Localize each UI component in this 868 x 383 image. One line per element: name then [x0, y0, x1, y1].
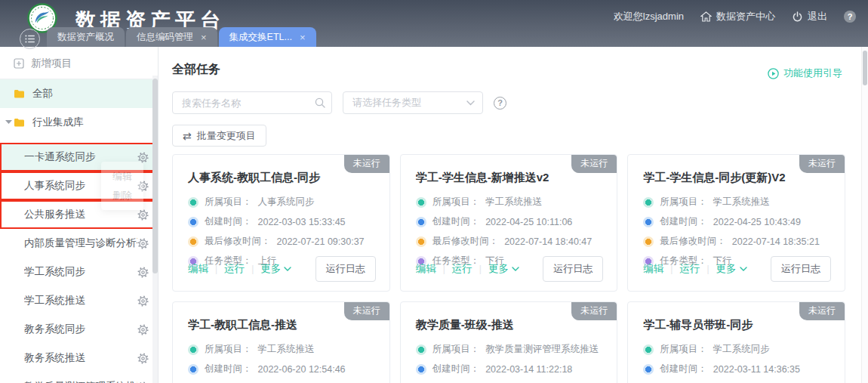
list-icon — [25, 35, 35, 43]
project-value: 学工系统推送 — [713, 196, 770, 208]
status-badge: 未运行 — [344, 302, 389, 320]
context-menu-edit[interactable]: 编辑 — [101, 167, 143, 186]
edit-link[interactable]: 编辑 — [188, 262, 208, 276]
run-log-button[interactable]: 运行日志 — [543, 256, 603, 282]
project-label: 所属项目： — [660, 196, 707, 208]
sidebar-item-label: 内部质量管理与诊断分析平台 — [24, 236, 137, 250]
sidebar-project-item[interactable]: 教学质量测评管理系统推送 — [0, 372, 158, 383]
tab-label: 信息编码管理 — [137, 31, 193, 44]
context-menu-delete[interactable]: 删除 — [101, 186, 143, 205]
project-value: 学工系统同步 — [713, 343, 770, 356]
more-dropdown[interactable]: 更多 — [260, 262, 291, 276]
task-card: 未运行 学工-辅导员带班-同步 所属项目： 学工系统同步 创建时间： 2022-… — [627, 301, 845, 383]
project-icon — [643, 197, 654, 208]
folder-icon — [14, 118, 25, 127]
modified-time-icon — [416, 236, 426, 247]
sidebar-item-label: 学工系统同步 — [24, 265, 85, 279]
created-time-icon — [188, 364, 199, 375]
created-label: 创建时间： — [205, 215, 252, 228]
created-time-icon — [643, 364, 654, 375]
created-time-icon — [188, 217, 199, 227]
filter-help-icon[interactable]: ? — [494, 97, 506, 110]
sidebar-project-item[interactable]: 内部质量管理与诊断分析平台 — [0, 229, 158, 258]
batch-change-project-button[interactable]: ⇄ 批量变更项目 — [172, 125, 266, 147]
created-value: 2022-03-11 14:36:35 — [713, 364, 800, 375]
gear-icon[interactable] — [137, 209, 149, 221]
project-label: 所属项目： — [432, 196, 480, 208]
sidebar-scrollbar-thumb[interactable] — [152, 79, 158, 273]
page-scrollbar-thumb[interactable] — [863, 51, 867, 85]
welcome-user-label: 欢迎您lzsjadmin — [614, 10, 684, 23]
sidebar-item-label: 行业集成库 — [32, 116, 84, 129]
sidebar-project-item[interactable]: 行业集成库 — [0, 108, 158, 137]
page-scrollbar[interactable] — [861, 47, 868, 383]
project-value: 教学质量测评管理系统推送 — [485, 343, 599, 356]
gear-icon[interactable] — [137, 295, 149, 307]
sidebar-project-item[interactable]: 教务系统同步 — [0, 315, 158, 344]
gear-icon[interactable] — [137, 238, 149, 249]
modified-label: 最后修改时间： — [660, 235, 726, 248]
run-link[interactable]: 运行 — [452, 262, 472, 276]
task-card: 未运行 人事系统-教职工信息-同步 所属项目： 人事系统同步 创建时间： 202… — [172, 154, 390, 292]
task-card: 未运行 教学质量-班级-推送 所属项目： 教学质量测评管理系统推送 创建时间： … — [400, 301, 618, 383]
tab[interactable]: 信息编码管理 × — [126, 27, 217, 47]
swap-arrows-icon: ⇄ — [183, 130, 192, 142]
modified-label: 最后修改时间： — [205, 235, 271, 248]
logout-button[interactable]: 退出 — [792, 10, 827, 23]
modified-value: 2022-07-21 09:30:37 — [277, 236, 365, 247]
more-dropdown[interactable]: 更多 — [488, 262, 519, 276]
task-type-select[interactable]: 请选择任务类型 — [343, 91, 483, 114]
more-dropdown[interactable]: 更多 — [716, 262, 747, 276]
project-context-menu: 编辑 删除 — [101, 162, 143, 210]
created-value: 2022-04-25 10:43:49 — [713, 217, 801, 227]
modified-time-icon — [188, 236, 199, 247]
created-label: 创建时间： — [432, 363, 480, 375]
task-card: 未运行 学工-学生信息-新增推送v2 所属项目： 学工系统推送 创建时间： 20… — [400, 154, 618, 292]
project-label: 所属项目： — [205, 196, 252, 208]
gear-icon[interactable] — [137, 353, 149, 364]
tab-list-menu-button[interactable] — [20, 29, 40, 49]
sidebar-item-label: 教务系统推送 — [24, 351, 85, 365]
sidebar-project-item[interactable]: 学工系统推送 — [0, 286, 158, 315]
project-value: 人事系统同步 — [258, 196, 315, 208]
created-value: 2022-03-14 11:22:18 — [485, 364, 572, 375]
home-icon — [700, 11, 712, 22]
edit-link[interactable]: 编辑 — [643, 262, 663, 276]
run-log-button[interactable]: 运行日志 — [315, 256, 376, 282]
feature-guide-link[interactable]: 功能使用引导 — [768, 66, 842, 80]
open-tabs-bar: 数据资产概况 × 信息编码管理 × 集成交换ETL... × — [47, 27, 316, 47]
run-log-button[interactable]: 运行日志 — [771, 256, 831, 282]
search-task-input[interactable] — [172, 91, 332, 114]
tab[interactable]: 数据资产概况 × — [47, 27, 125, 47]
data-asset-center-link[interactable]: 数据资产中心 — [700, 10, 775, 23]
run-link[interactable]: 运行 — [679, 262, 700, 276]
sidebar-scrollbar[interactable] — [152, 76, 158, 383]
edit-link[interactable]: 编辑 — [416, 262, 436, 276]
sidebar-project-item[interactable]: 全部 — [0, 79, 158, 108]
project-icon — [188, 344, 199, 355]
folder-icon — [14, 89, 25, 98]
sidebar-project-item[interactable]: 学工系统同步 — [0, 258, 158, 286]
play-circle-icon — [768, 68, 779, 79]
help-icon[interactable]: ? — [844, 11, 856, 23]
task-title: 学工-辅导员带班-同步 — [643, 318, 830, 332]
task-title: 学工-教职工信息-推送 — [188, 318, 374, 332]
created-value: 2022-06-20 12:54:46 — [258, 364, 346, 375]
gear-icon[interactable] — [137, 267, 149, 278]
created-time-icon — [643, 217, 654, 227]
task-panel: 全部任务 功能使用引导 请选择任务类型 ? ⇄ 批量变更项目 未运行 — [159, 47, 868, 383]
sidebar-item-label: 人事系统同步 — [24, 179, 85, 193]
run-link[interactable]: 运行 — [224, 262, 245, 276]
add-project-button[interactable]: 新增项目 — [0, 53, 158, 74]
tab-close-icon[interactable]: × — [300, 32, 306, 42]
created-label: 创建时间： — [432, 215, 480, 228]
chevron-down-icon — [512, 267, 519, 271]
sidebar-project-item[interactable]: 教务系统推送 — [0, 344, 158, 372]
chevron-down-icon[interactable] — [5, 120, 12, 125]
chevron-down-icon — [284, 267, 291, 271]
tab-close-icon[interactable]: × — [201, 32, 207, 42]
modified-value: 2022-07-14 18:35:21 — [732, 236, 820, 247]
project-value: 学工系统推送 — [258, 343, 315, 356]
gear-icon[interactable] — [137, 324, 149, 335]
tab[interactable]: 集成交换ETL... × — [219, 27, 316, 47]
